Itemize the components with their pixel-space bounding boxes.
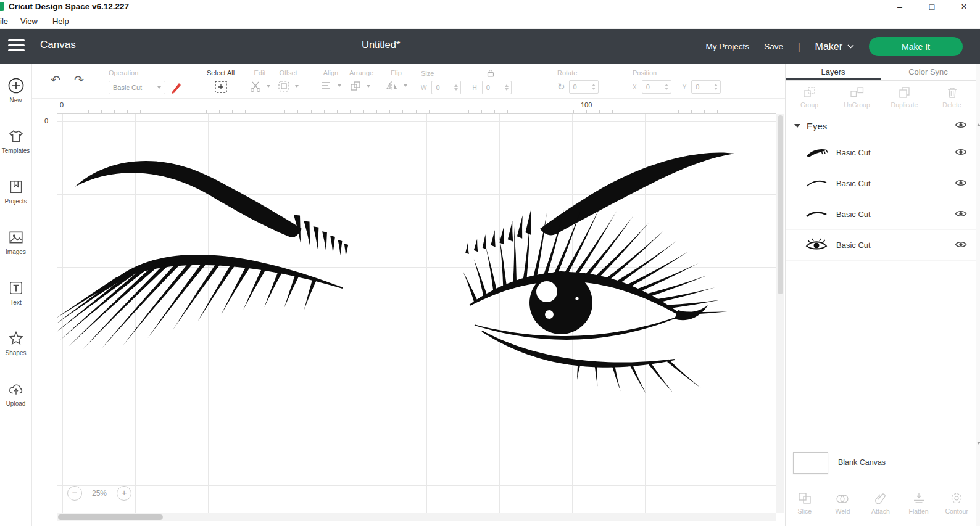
- width-input[interactable]: 0: [431, 81, 461, 94]
- header-divider: |: [798, 42, 800, 52]
- layer-thumbnail-eye: [804, 237, 829, 253]
- contour-button[interactable]: Contour: [937, 492, 976, 515]
- my-projects-link[interactable]: My Projects: [706, 42, 750, 51]
- chevron-down-icon: [847, 44, 854, 49]
- sidebar-item-upload[interactable]: Upload: [0, 381, 32, 432]
- save-link[interactable]: Save: [764, 42, 783, 51]
- canvas-vertical-scrollbar[interactable]: [776, 114, 784, 513]
- size-group: Size W 0 H 0: [421, 69, 512, 94]
- window-title: Cricut Design Space v6.12.227: [9, 2, 129, 11]
- layer-group-eyes[interactable]: Eyes: [786, 114, 976, 138]
- minimize-button[interactable]: –: [884, 0, 916, 14]
- group-button[interactable]: Group: [786, 86, 833, 109]
- visibility-eye-icon[interactable]: [955, 209, 967, 220]
- scroll-up-arrow-icon[interactable]: [977, 123, 980, 126]
- pen-color-icon[interactable]: [169, 80, 184, 95]
- align-icon[interactable]: [320, 80, 333, 91]
- window-controls: – □ ×: [884, 0, 980, 14]
- menu-help[interactable]: Help: [52, 17, 69, 26]
- restore-button[interactable]: □: [916, 0, 948, 14]
- rotate-input[interactable]: 0: [569, 80, 599, 94]
- select-all-icon[interactable]: [214, 80, 228, 94]
- layer-actions: Group UnGroup Duplicate Delete: [786, 81, 976, 114]
- arrange-icon[interactable]: [349, 80, 362, 92]
- layer-thumbnail-curve: [804, 176, 829, 192]
- attach-button[interactable]: Attach: [862, 492, 900, 515]
- offset-caret-icon[interactable]: [295, 85, 299, 88]
- menu-view[interactable]: View: [20, 17, 38, 26]
- layer-row-1[interactable]: Basic Cut: [786, 138, 976, 168]
- blank-canvas-row[interactable]: Blank Canvas: [786, 446, 976, 479]
- duplicate-icon: [898, 86, 911, 99]
- weld-button[interactable]: Weld: [824, 492, 862, 515]
- undo-icon[interactable]: ↶: [51, 73, 60, 87]
- layer-thumbnail-thin-brow: [804, 207, 829, 223]
- tab-color-sync[interactable]: Color Sync: [881, 64, 976, 80]
- collapse-triangle-icon[interactable]: [794, 124, 800, 128]
- canvas-menu-label[interactable]: Canvas: [40, 39, 76, 51]
- machine-selector[interactable]: Maker: [815, 41, 854, 52]
- position-y-input[interactable]: 0: [691, 80, 721, 94]
- tab-layers[interactable]: Layers: [786, 64, 881, 80]
- edit-toolbar: ↶ ↷ Operation Basic Cut Select All Edit: [32, 64, 785, 99]
- make-it-button[interactable]: Make It: [869, 37, 963, 56]
- lock-icon[interactable]: [487, 69, 494, 77]
- slice-button[interactable]: Slice: [786, 492, 824, 515]
- contour-icon: [950, 492, 963, 504]
- zoom-controls: − 25% +: [67, 486, 131, 501]
- layer-row-3[interactable]: Basic Cut: [786, 199, 976, 230]
- flip-caret-icon[interactable]: [404, 84, 407, 87]
- visibility-eye-icon[interactable]: [955, 120, 967, 131]
- ungroup-button[interactable]: UnGroup: [833, 86, 881, 109]
- align-group: Align: [320, 69, 341, 91]
- menu-file[interactable]: ile: [0, 17, 8, 26]
- edit-scissors-icon[interactable]: [249, 80, 262, 92]
- attach-icon: [874, 492, 887, 504]
- sidebar-item-text[interactable]: Text: [0, 280, 32, 331]
- visibility-eye-icon[interactable]: [955, 240, 967, 251]
- position-group: Position X 0 Y 0: [633, 69, 721, 94]
- sidebar-item-projects[interactable]: Projects: [0, 179, 32, 229]
- sidebar-item-images[interactable]: Images: [0, 229, 32, 280]
- canvas-horizontal-scrollbar[interactable]: [57, 513, 776, 521]
- duplicate-button[interactable]: Duplicate: [881, 86, 928, 109]
- canvas-color-swatch[interactable]: [793, 452, 828, 474]
- position-x-input[interactable]: 0: [642, 80, 671, 94]
- operation-select[interactable]: Basic Cut: [109, 81, 165, 94]
- sidebar-item-shapes[interactable]: Shapes: [0, 331, 32, 381]
- sidebar-item-templates[interactable]: Templates: [0, 128, 32, 179]
- layer-row-4[interactable]: Basic Cut: [786, 230, 976, 261]
- sidebar-item-new[interactable]: New: [0, 78, 32, 128]
- panel-scrollbar[interactable]: [976, 64, 980, 526]
- height-input[interactable]: 0: [482, 81, 512, 94]
- close-button[interactable]: ×: [948, 0, 980, 14]
- redo-icon[interactable]: ↷: [74, 73, 84, 87]
- layer-thumbnail-brow: [804, 145, 829, 161]
- image-icon: [8, 229, 24, 245]
- align-caret-icon[interactable]: [338, 84, 341, 87]
- operation-group: Operation Basic Cut: [109, 69, 184, 95]
- hamburger-menu-icon[interactable]: [8, 39, 25, 51]
- eyes-artwork[interactable]: [57, 114, 776, 513]
- visibility-eye-icon[interactable]: [955, 178, 967, 189]
- shapes-icon: [8, 331, 24, 347]
- arrange-caret-icon[interactable]: [367, 85, 370, 88]
- ungroup-icon: [850, 86, 864, 99]
- layers-panel: Layers Color Sync Group UnGroup Duplicat…: [785, 64, 976, 526]
- scroll-down-arrow-icon[interactable]: [977, 442, 980, 445]
- flip-icon[interactable]: [385, 80, 399, 91]
- zoom-in-button[interactable]: +: [117, 486, 131, 501]
- zoom-out-button[interactable]: −: [67, 486, 82, 501]
- app-window: Cricut Design Space v6.12.227 – □ × ile …: [0, 0, 980, 526]
- flatten-button[interactable]: Flatten: [900, 492, 938, 515]
- layer-row-2[interactable]: Basic Cut: [786, 168, 976, 199]
- delete-button[interactable]: Delete: [928, 86, 976, 109]
- text-icon: [8, 280, 24, 296]
- visibility-eye-icon[interactable]: [955, 147, 967, 158]
- upload-cloud-icon: [8, 381, 24, 397]
- edit-caret-icon[interactable]: [267, 85, 270, 88]
- offset-icon[interactable]: [278, 80, 290, 92]
- offset-group: Offset: [278, 69, 299, 92]
- app-logo-icon: [0, 2, 4, 11]
- design-canvas[interactable]: − 25% +: [57, 114, 776, 513]
